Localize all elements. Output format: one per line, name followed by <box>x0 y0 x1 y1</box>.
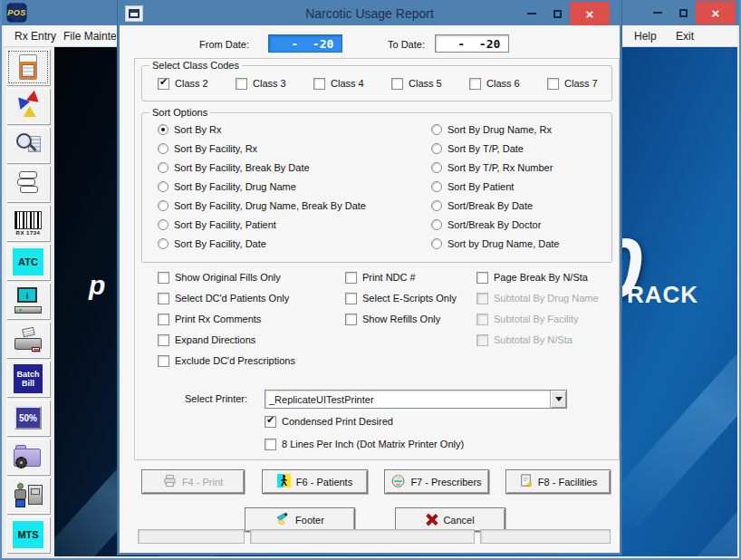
radio-sort-by-drug-name-rx[interactable]: Sort By Drug Name, Rx <box>431 123 560 136</box>
computer-info-icon[interactable]: i <box>6 283 50 319</box>
checkbox-page-break-by-n-sta[interactable]: Page Break By N/Sta <box>476 271 599 284</box>
f7-prescribers-button[interactable]: F7 - Prescribers <box>384 469 489 494</box>
transfer-arrows-icon[interactable] <box>6 88 50 124</box>
radio-sort-by-rx[interactable]: Sort By Rx <box>158 123 366 136</box>
checkbox-box <box>158 272 169 284</box>
select-printer-label: Select Printer: <box>185 393 247 404</box>
radio-sort-by-facility-break-by-date[interactable]: Sort By Facility, Break By Date <box>158 161 366 174</box>
radio-label: Sort By T/P, Date <box>447 143 524 154</box>
radio-sort-by-facility-patient[interactable]: Sort By Facility, Patient <box>158 218 366 231</box>
radio-sort-by-tp-rx-number[interactable]: Sort By T/P, Rx Number <box>431 161 560 174</box>
printer-icon[interactable] <box>6 322 50 358</box>
sort-options-title: Sort Options <box>149 107 210 118</box>
checkbox-subtotal-by-drug-name[interactable]: Subtotal By Drug Name <box>476 292 599 304</box>
checkbox-subtotal-by-n-sta[interactable]: Subtotal By N/Sta <box>476 333 599 346</box>
radio-sort-by-facility-date[interactable]: Sort By Facility, Date <box>158 237 366 250</box>
status-panel-3 <box>480 529 611 544</box>
dialog-minimize-button[interactable] <box>519 2 544 25</box>
search-document-icon[interactable] <box>6 127 50 163</box>
checkbox-select-e-scripts-only[interactable]: Select E-Scripts Only <box>345 292 457 304</box>
folder-gear-icon[interactable] <box>6 439 50 475</box>
to-date-field[interactable]: - -20 <box>435 34 509 53</box>
checkbox-class-6[interactable]: Class 6 <box>469 77 547 90</box>
radio-sort-by-patient[interactable]: Sort By Patient <box>431 180 560 193</box>
from-date-field[interactable]: - -20 <box>268 34 342 53</box>
batch-bill-icon-glyph: BatchBill <box>14 364 43 393</box>
checkbox-print-ndc-number[interactable]: Print NDC # <box>345 271 457 284</box>
pill-bottle-icon-glyph <box>19 54 37 80</box>
checkbox-label: Page Break By N/Sta <box>494 272 588 283</box>
printer-dropdown-arrow[interactable] <box>550 391 566 408</box>
radio-sort-break-by-date[interactable]: Sort/Break By Date <box>431 199 560 212</box>
pill-bottle-icon[interactable] <box>6 49 50 85</box>
f7-prescribers-label: F7 - Prescribers <box>410 477 481 488</box>
checkbox-exclude-dcd-prescriptions[interactable]: Exclude DC'd Prescriptions <box>158 354 295 367</box>
checkbox-box <box>391 78 403 90</box>
f4-print-button[interactable]: F4 - Print <box>141 469 245 494</box>
radio-sort-by-facility-rx[interactable]: Sort By Facility, Rx <box>158 142 366 155</box>
checkbox-select-dcd-patients-only[interactable]: Select DC'd Patients Only <box>158 292 295 304</box>
checkbox-label: Select DC'd Patients Only <box>175 293 289 304</box>
menu-exit[interactable]: Exit <box>669 25 701 47</box>
radio-sort-break-by-doctor[interactable]: Sort/Break By Doctor <box>431 218 560 231</box>
checkbox-box <box>265 416 276 428</box>
printer-value: _ReplicateUITestPrinter <box>265 394 550 405</box>
facilities-icon <box>519 474 533 489</box>
checkbox-class-7[interactable]: Class 7 <box>547 77 625 90</box>
class-codes-row: Class 2Class 3Class 4Class 5Class 6Class… <box>158 77 625 90</box>
checkbox-subtotal-by-facility[interactable]: Subtotal By Facility <box>476 313 599 325</box>
main-window-controls: × <box>645 1 736 24</box>
checkbox-label: Subtotal By Drug Name <box>494 293 599 304</box>
radio-sort-by-drug-name-date[interactable]: Sort by Drug Name, Date <box>431 237 560 250</box>
sidebar-toolbar: RX 1734ATCiBatchBill50%MTS <box>4 47 54 556</box>
checkbox-class-2[interactable]: Class 2 <box>158 77 236 90</box>
printer-combobox[interactable]: _ReplicateUITestPrinter <box>265 390 567 409</box>
checkbox-show-refills-only[interactable]: Show Refills Only <box>345 313 457 325</box>
checkbox-print-rx-comments[interactable]: Print Rx Comments <box>158 313 295 325</box>
print-icon <box>163 474 177 489</box>
checkbox-label: Subtotal By Facility <box>494 314 579 324</box>
atc-icon-glyph: ATC <box>13 248 43 275</box>
radio-dot <box>431 143 442 154</box>
footer-button[interactable]: Footer <box>245 507 355 532</box>
main-maximize-button[interactable] <box>670 1 696 24</box>
checkbox-expand-directions[interactable]: Expand Directions <box>158 333 295 346</box>
label-rolls-icon[interactable] <box>6 166 50 202</box>
checkbox-show-original-fills-only[interactable]: Show Original Fills Only <box>158 271 295 284</box>
f4-print-label: F4 - Print <box>182 477 223 488</box>
barcode-icon[interactable]: RX 1734 <box>6 205 50 241</box>
batch-bill-icon[interactable]: BatchBill <box>6 361 50 397</box>
radio-dot <box>158 238 168 249</box>
checkbox-box <box>469 78 481 90</box>
checkbox-box <box>313 78 325 90</box>
f6-patients-button[interactable]: F6 - Patients <box>262 469 368 494</box>
radio-dot <box>431 200 442 211</box>
checkbox-8-lines-per-inch[interactable]: 8 Lines Per Inch (Dot Matrix Printer Onl… <box>265 438 464 450</box>
mts-icon[interactable]: MTS <box>6 517 50 553</box>
radio-label: Sort By Rx <box>174 124 222 135</box>
main-close-button[interactable]: × <box>696 1 736 24</box>
checkbox-class-3[interactable]: Class 3 <box>236 77 313 90</box>
radio-sort-by-facility-drug-name[interactable]: Sort By Facility, Drug Name <box>158 180 366 193</box>
checkbox-box <box>345 272 357 284</box>
clerk-cabinet-icon[interactable] <box>6 478 50 514</box>
checkbox-class-5[interactable]: Class 5 <box>391 77 469 90</box>
f8-facilities-button[interactable]: F8 - Facilities <box>505 469 611 494</box>
dialog-close-button[interactable]: × <box>570 2 610 25</box>
radio-dot <box>431 219 442 230</box>
checkbox-box <box>158 334 169 346</box>
menu-rx-entry[interactable]: Rx Entry <box>7 25 63 47</box>
menu-help[interactable]: Help <box>627 25 664 47</box>
cancel-button[interactable]: Cancel <box>395 507 505 532</box>
radio-label: Sort by Drug Name, Date <box>447 238 560 249</box>
main-minimize-button[interactable] <box>645 1 670 24</box>
fifty-percent-icon[interactable]: 50% <box>6 400 50 436</box>
radio-sort-by-tp-date[interactable]: Sort By T/P, Date <box>431 142 560 155</box>
radio-dot <box>431 238 442 249</box>
checkbox-condensed-print[interactable]: Condensed Print Desired <box>265 415 393 428</box>
atc-icon[interactable]: ATC <box>6 244 50 280</box>
radio-sort-by-facility-drug-name-break-by-date[interactable]: Sort By Facility, Drug Name, Break By Da… <box>158 199 366 212</box>
computer-info-icon-glyph: i <box>14 287 42 314</box>
dialog-maximize-button[interactable] <box>544 2 570 25</box>
checkbox-class-4[interactable]: Class 4 <box>313 77 391 90</box>
